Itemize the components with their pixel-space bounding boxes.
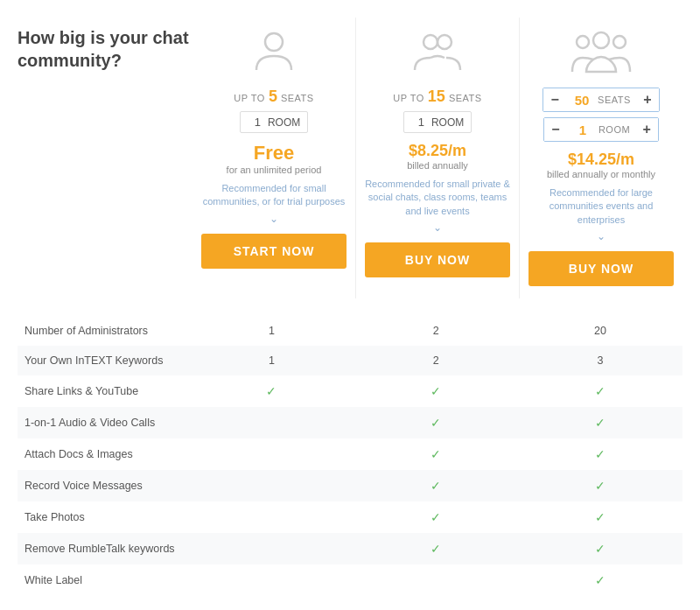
seats-value-free: 5 (269, 88, 277, 106)
room-minus-button[interactable]: − (544, 118, 567, 141)
feature-label: Record Voice Messages (18, 470, 190, 501)
feature-value-2-1: ✓ (354, 375, 518, 407)
seats-unit-free: SEATS (281, 93, 314, 103)
feature-value-8-2: ✓ (518, 564, 682, 596)
room-row-free: 1 ROOM (240, 111, 309, 133)
room-value-basic: 1 (411, 114, 431, 130)
page: How big is your chat community? UP TO 5 … (0, 0, 700, 610)
feature-value-5-0 (190, 470, 354, 501)
plan-basic: UP TO 15 SEATS 1 ROOM $8.25/m billed ann… (356, 18, 520, 298)
price-basic: $8.25/m (409, 142, 466, 160)
check-icon: ✓ (430, 542, 441, 556)
check-icon: ✓ (595, 573, 606, 587)
feature-value-1-2: 3 (518, 346, 682, 375)
check-icon: ✓ (595, 510, 606, 524)
feature-value-0-2: 20 (518, 316, 682, 346)
feature-value-3-2: ✓ (518, 407, 682, 438)
feature-value-2-0: ✓ (190, 375, 354, 407)
feature-label: Number of Administrators (18, 316, 190, 346)
check-icon: ✓ (595, 479, 606, 493)
table-row: Your Own InTEXT Keywords123 (18, 346, 682, 375)
feature-value-7-2: ✓ (518, 533, 682, 564)
table-row: Record Voice Messages✓✓ (18, 470, 682, 501)
room-value-free: 1 (248, 114, 268, 130)
feature-value-4-0 (190, 438, 354, 470)
svg-point-5 (613, 36, 626, 48)
room-unit-pro: ROOM (598, 124, 635, 135)
svg-point-4 (593, 32, 609, 48)
check-icon: ✓ (266, 384, 276, 398)
seats-value-pro: 50 (566, 91, 598, 109)
feature-label: Attach Docs & Images (18, 438, 190, 470)
start-now-button[interactable]: START NOW (201, 234, 346, 269)
feature-value-6-2: ✓ (518, 501, 682, 533)
room-unit-free: ROOM (268, 116, 300, 129)
plan-pro: − 50 SEATS + − 1 ROOM + $14.25/m billed … (520, 18, 682, 298)
buy-now-button-basic[interactable]: BUY NOW (365, 242, 510, 277)
seats-plus-button[interactable]: + (636, 88, 659, 111)
feature-value-5-2: ✓ (518, 470, 682, 501)
room-stepper-pro[interactable]: − 1 ROOM + (543, 117, 659, 142)
seats-minus-button[interactable]: − (543, 88, 566, 111)
check-icon: ✓ (595, 542, 606, 556)
table-row: 1-on-1 Audio & Video Calls✓✓ (18, 407, 682, 438)
feature-value-2-2: ✓ (518, 375, 682, 407)
recommend-basic: Recommended for small private & social c… (365, 178, 510, 218)
feature-value-7-0 (190, 533, 354, 564)
feature-value-0-1: 2 (354, 316, 518, 346)
chevron-pro: ⌄ (597, 230, 606, 242)
seats-prefix-basic: UP TO (393, 93, 424, 103)
seats-unit-pro: SEATS (598, 95, 636, 105)
svg-point-1 (424, 35, 438, 49)
feature-value-1-0: 1 (190, 346, 354, 375)
price-period-free: for an unlimited period (227, 165, 322, 175)
price-free: Free (254, 142, 294, 165)
table-row: Share Links & YouTube✓✓✓ (18, 375, 682, 407)
room-plus-button[interactable]: + (635, 118, 658, 141)
feature-label: 1-on-1 Audio & Video Calls (18, 407, 190, 438)
seats-stepper-pro[interactable]: − 50 SEATS + (542, 88, 660, 112)
svg-point-2 (438, 35, 452, 49)
recommend-free: Recommended for small communities, or fo… (201, 182, 346, 209)
check-icon: ✓ (595, 447, 606, 461)
feature-value-1-1: 2 (354, 346, 518, 375)
svg-point-3 (577, 36, 589, 48)
seats-row-free: UP TO 5 SEATS (234, 88, 313, 106)
features-table: Number of Administrators1220Your Own InT… (18, 316, 682, 596)
check-icon: ✓ (430, 479, 441, 493)
top-section: How big is your chat community? UP TO 5 … (18, 18, 682, 298)
feature-value-0-0: 1 (190, 316, 354, 346)
seats-unit-basic: SEATS (449, 93, 482, 103)
svg-point-0 (265, 33, 283, 51)
feature-label: Your Own InTEXT Keywords (18, 346, 190, 375)
price-pro: $14.25/m (568, 151, 634, 169)
feature-label: White Label (18, 564, 190, 596)
single-user-icon (249, 26, 298, 81)
feature-value-4-1: ✓ (354, 438, 518, 470)
buy-now-button-pro[interactable]: BUY NOW (528, 251, 674, 286)
feature-value-3-0 (190, 407, 354, 438)
check-icon: ✓ (430, 416, 441, 430)
feature-value-4-2: ✓ (518, 438, 682, 470)
multi-users-icon (570, 26, 632, 81)
room-row-basic: 1 ROOM (403, 111, 472, 133)
feature-value-6-1: ✓ (354, 501, 518, 533)
plan-free: UP TO 5 SEATS 1 ROOM Free for an unlimit… (192, 18, 356, 298)
table-row: Take Photos✓✓ (18, 501, 682, 533)
chevron-basic: ⌄ (433, 221, 442, 234)
price-period-basic: billed annually (407, 160, 468, 171)
feature-value-3-1: ✓ (354, 407, 518, 438)
recommend-pro: Recommended for large communities events… (528, 186, 674, 227)
feature-value-7-1: ✓ (354, 533, 518, 564)
feature-label: Remove RumbleTalk keywords (18, 533, 190, 564)
seats-prefix-free: UP TO (234, 93, 265, 103)
feature-value-8-0 (190, 564, 354, 596)
check-icon: ✓ (430, 447, 441, 461)
seats-row-basic: UP TO 15 SEATS (393, 88, 481, 106)
page-heading: How big is your chat community? (18, 26, 192, 72)
plans-area: UP TO 5 SEATS 1 ROOM Free for an unlimit… (192, 18, 682, 298)
price-period-pro: billed annually or monthly (547, 169, 655, 179)
feature-value-6-0 (190, 501, 354, 533)
check-icon: ✓ (595, 416, 606, 430)
check-icon: ✓ (595, 384, 606, 398)
